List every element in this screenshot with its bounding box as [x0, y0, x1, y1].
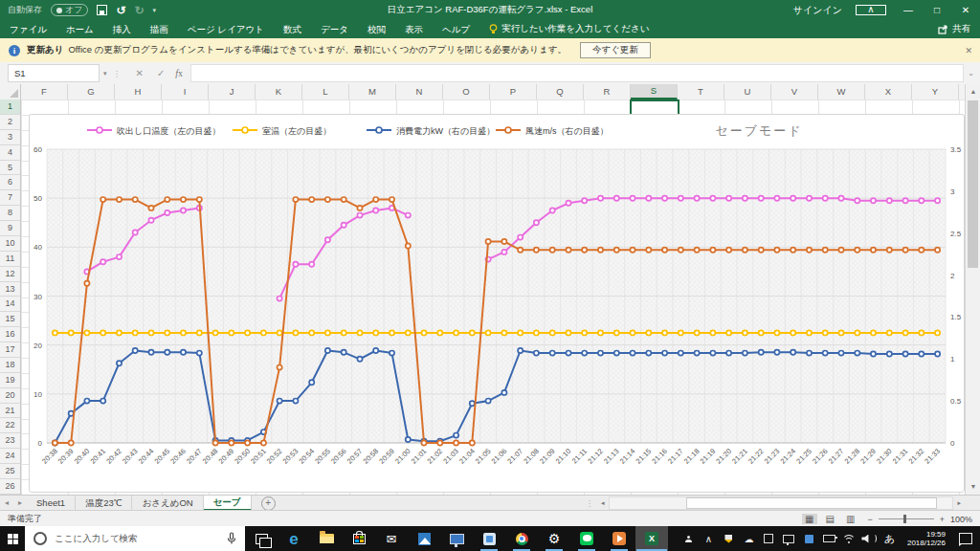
row-header-16[interactable]: 16	[0, 327, 20, 342]
confirm-entry-icon[interactable]: ✓	[157, 68, 165, 78]
restore-button[interactable]: □	[923, 5, 951, 15]
column-header-Q[interactable]: Q	[537, 84, 584, 99]
zoom-out-icon[interactable]: −	[867, 515, 872, 524]
window-tray-icon[interactable]	[759, 526, 779, 551]
share-button[interactable]: 共有	[938, 23, 970, 35]
row-header-14[interactable]: 14	[0, 297, 20, 312]
horizontal-scroll-track[interactable]	[609, 496, 954, 510]
chrome-icon[interactable]	[505, 526, 538, 551]
scroll-down-icon[interactable]: ▼	[966, 479, 980, 495]
settings-gear-icon[interactable]: ⚙	[538, 526, 570, 551]
sheet-tab-おさえめON[interactable]: おさえめON	[132, 496, 203, 511]
row-header-5[interactable]: 5	[0, 161, 20, 176]
blue-app-tray-icon[interactable]	[799, 526, 819, 551]
column-header-V[interactable]: V	[771, 84, 818, 99]
microphone-icon[interactable]	[227, 532, 236, 545]
ribbon-display-options-icon[interactable]: ∧	[856, 5, 886, 15]
update-now-button[interactable]: 今すぐ更新	[580, 42, 651, 58]
zoom-slider-thumb[interactable]	[903, 515, 906, 523]
row-header-11[interactable]: 11	[0, 252, 20, 267]
column-header-U[interactable]: U	[724, 84, 771, 99]
column-header-M[interactable]: M	[349, 84, 396, 99]
minimize-button[interactable]: —	[894, 5, 923, 15]
column-header-Y[interactable]: Y	[912, 84, 959, 99]
ime-indicator[interactable]: あ	[880, 526, 900, 551]
sheet-tab-セーブ[interactable]: セーブ	[204, 496, 252, 511]
row-header-1[interactable]: 1	[0, 99, 20, 115]
page-layout-view-icon[interactable]: ▤	[823, 514, 837, 524]
line-app-icon[interactable]	[570, 526, 603, 551]
taskbar-clock[interactable]: 19:59 2018/12/26	[900, 530, 951, 547]
row-header-7[interactable]: 7	[0, 190, 20, 206]
wifi-icon[interactable]	[839, 526, 859, 551]
row-header-18[interactable]: 18	[0, 358, 20, 373]
taskbar-search-box[interactable]: ここに入力して検索	[25, 526, 245, 551]
mail-icon[interactable]: ✉	[375, 526, 408, 551]
sheet-tab-Sheet1[interactable]: Sheet1	[27, 496, 76, 511]
name-box-dropdown-icon[interactable]: ▾	[103, 70, 107, 77]
column-header-F[interactable]: F	[21, 84, 68, 99]
excel-taskbar-icon[interactable]: X	[635, 526, 668, 551]
formula-bar-expand-icon[interactable]: ⌄	[968, 69, 974, 77]
ribbon-tab-ホーム[interactable]: ホーム	[56, 20, 103, 38]
vertical-scrollbar[interactable]: ▲ ▼	[965, 84, 980, 495]
row-header-19[interactable]: 19	[0, 373, 20, 388]
splitter-dots[interactable]: ⋮	[586, 499, 593, 508]
column-header-T[interactable]: T	[678, 84, 724, 99]
row-header-6[interactable]: 6	[0, 175, 20, 190]
formula-input[interactable]	[190, 64, 964, 82]
column-header-N[interactable]: N	[396, 84, 443, 99]
signin-button[interactable]: サインイン	[793, 4, 842, 17]
sheet-nav-right-icon[interactable]: ▸	[13, 496, 27, 511]
column-header-K[interactable]: K	[256, 84, 302, 99]
save-icon[interactable]	[97, 5, 107, 15]
column-header-G[interactable]: G	[68, 84, 115, 99]
undo-icon[interactable]: ↺	[116, 4, 125, 17]
column-header-R[interactable]: R	[584, 84, 631, 99]
row-header-17[interactable]: 17	[0, 342, 20, 358]
scroll-up-icon[interactable]: ▲	[966, 84, 980, 99]
column-header-S[interactable]: S	[631, 84, 678, 99]
scroll-left-icon[interactable]: ◂	[597, 499, 609, 507]
sheet-tab-温度23℃[interactable]: 温度23℃	[76, 496, 132, 511]
row-header-22[interactable]: 22	[0, 418, 20, 433]
cancel-entry-icon[interactable]: ✕	[136, 68, 144, 78]
pc-icon[interactable]	[440, 526, 473, 551]
row-header-3[interactable]: 3	[0, 130, 20, 145]
column-header-I[interactable]: I	[162, 84, 209, 99]
tell-me-box[interactable]: 実行したい作業を入力してください	[489, 23, 649, 35]
zoom-slider[interactable]	[879, 518, 934, 519]
ribbon-tab-数式[interactable]: 数式	[274, 20, 311, 38]
task-view-icon[interactable]	[245, 526, 278, 551]
column-header-X[interactable]: X	[865, 84, 912, 99]
app-icon[interactable]	[473, 526, 505, 551]
zoom-in-icon[interactable]: +	[940, 515, 945, 524]
close-button[interactable]: ✕	[951, 5, 980, 15]
action-center-icon[interactable]	[959, 533, 972, 544]
new-sheet-button[interactable]: +	[261, 496, 276, 511]
volume-icon[interactable]	[859, 526, 880, 551]
row-header-8[interactable]: 8	[0, 206, 20, 221]
row-header-4[interactable]: 4	[0, 145, 20, 161]
ribbon-tab-ヘルプ[interactable]: ヘルプ	[433, 20, 479, 38]
video-app-icon[interactable]	[603, 526, 635, 551]
file-explorer-icon[interactable]	[310, 526, 343, 551]
row-header-20[interactable]: 20	[0, 388, 20, 404]
defender-shield-icon[interactable]	[719, 526, 739, 551]
qat-dropdown-icon[interactable]: ▾	[153, 7, 157, 14]
zoom-percentage[interactable]: 100%	[950, 515, 972, 524]
column-header-L[interactable]: L	[302, 84, 349, 99]
column-header-P[interactable]: P	[490, 84, 537, 99]
row-header-26[interactable]: 26	[0, 479, 20, 495]
sheet-nav-left-icon[interactable]: ◂	[0, 496, 13, 511]
normal-view-icon[interactable]: ▦	[802, 514, 816, 524]
ribbon-tab-挿入[interactable]: 挿入	[103, 20, 141, 38]
start-button[interactable]	[0, 526, 25, 551]
ribbon-tab-データ[interactable]: データ	[311, 20, 358, 38]
horizontal-scrollbar[interactable]: ⋮ ◂ ▸	[586, 496, 965, 511]
row-header-10[interactable]: 10	[0, 236, 20, 252]
autosave-toggle[interactable]: オフ	[51, 4, 88, 16]
column-header-W[interactable]: W	[818, 84, 865, 99]
row-header-23[interactable]: 23	[0, 433, 20, 449]
row-header-2[interactable]: 2	[0, 115, 20, 130]
